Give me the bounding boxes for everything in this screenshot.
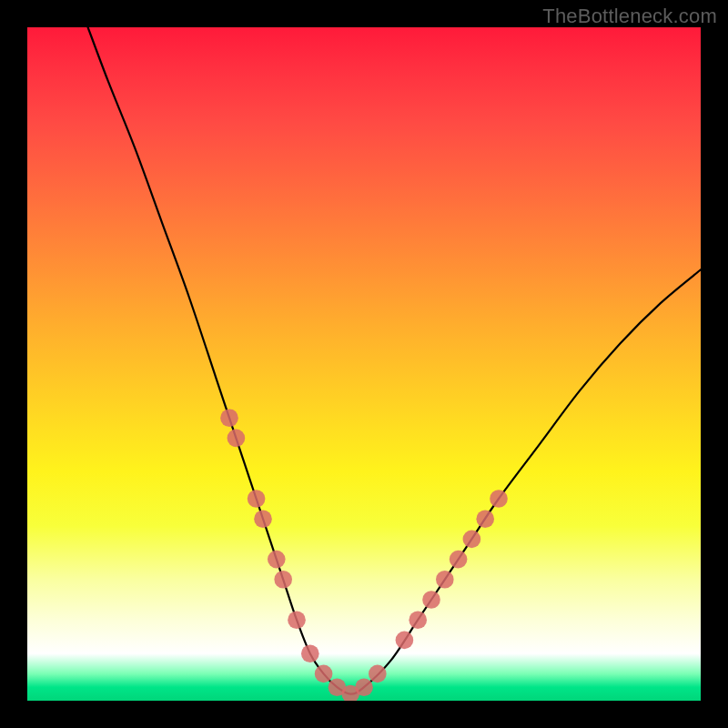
marker-dot: [409, 611, 427, 629]
marker-dot: [315, 665, 333, 683]
plot-area: [27, 27, 701, 701]
marker-dot: [436, 571, 454, 589]
highlighted-points: [220, 409, 508, 701]
bottleneck-curve: [88, 27, 701, 694]
marker-dot: [422, 591, 440, 609]
marker-dot: [220, 409, 238, 427]
marker-dot: [476, 510, 494, 528]
marker-dot: [228, 430, 246, 448]
marker-dot: [268, 551, 286, 569]
marker-dot: [274, 571, 292, 589]
chart-svg: [27, 27, 701, 701]
marker-dot: [248, 490, 266, 508]
marker-dot: [450, 551, 468, 569]
marker-dot: [490, 490, 508, 508]
marker-dot: [301, 644, 319, 662]
marker-dot: [463, 531, 481, 549]
chart-frame: TheBottleneck.com: [0, 0, 728, 728]
marker-dot: [369, 665, 387, 683]
marker-dot: [254, 510, 272, 528]
marker-dot: [396, 632, 414, 650]
watermark-text: TheBottleneck.com: [542, 5, 717, 28]
marker-dot: [355, 678, 373, 696]
marker-dot: [288, 611, 306, 629]
